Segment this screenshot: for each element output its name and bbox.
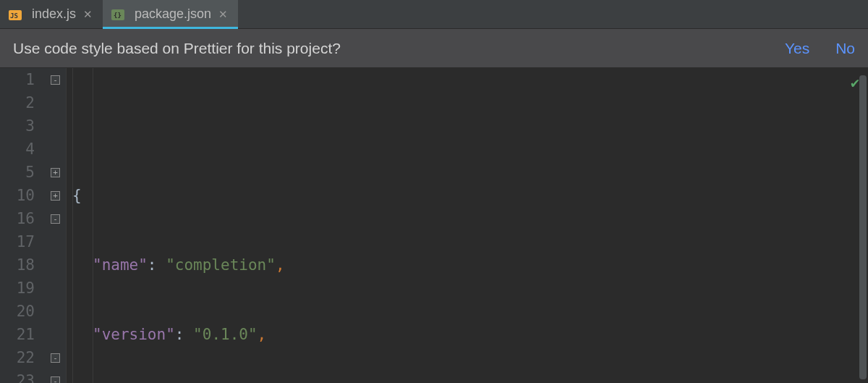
no-button[interactable]: No [835, 40, 855, 57]
line-number: 21 [0, 323, 35, 346]
line-number: 16 [0, 207, 35, 230]
fold-toggle-icon[interactable]: - [51, 75, 60, 85]
json-key: "version" [93, 326, 175, 343]
close-icon[interactable]: ✕ [83, 9, 93, 20]
line-number: 19 [0, 277, 35, 300]
line-number: 17 [0, 230, 35, 253]
js-file-icon: JS [9, 8, 25, 21]
fold-gutter: - + + - - - [45, 68, 67, 383]
svg-text:{}: {} [114, 12, 122, 19]
notification-message: Use code style based on Prettier for thi… [13, 40, 759, 57]
json-value: "completion" [166, 256, 276, 274]
fold-toggle-icon[interactable]: - [51, 376, 60, 384]
code-text: { [72, 187, 82, 204]
line-number: 10 [0, 184, 35, 207]
prettier-notification-bar: Use code style based on Prettier for thi… [0, 29, 868, 68]
json-key: "name" [93, 256, 148, 274]
line-number: 5 [0, 161, 35, 184]
line-number: 20 [0, 300, 35, 323]
fold-toggle-icon[interactable]: - [51, 353, 60, 363]
tab-bar: JS index.js ✕ {} package.json ✕ [0, 0, 868, 29]
tab-package-json[interactable]: {} package.json ✕ [103, 0, 238, 28]
yes-button[interactable]: Yes [785, 40, 809, 57]
line-number: 23 [0, 369, 35, 383]
editor-area[interactable]: 1 2 3 4 5 10 16 17 18 19 20 21 22 23 - +… [0, 68, 868, 383]
tab-index-js[interactable]: JS index.js ✕ [0, 0, 103, 28]
close-icon[interactable]: ✕ [218, 9, 228, 20]
tab-label: index.js [32, 7, 76, 22]
fold-toggle-icon[interactable]: + [51, 191, 60, 201]
fold-toggle-icon[interactable]: + [51, 168, 60, 177]
fold-toggle-icon[interactable]: - [51, 214, 60, 224]
code-content[interactable]: { "name": "completion", "version": "0.1.… [67, 68, 868, 383]
json-value: "0.1.0" [193, 326, 258, 343]
line-number: 3 [0, 114, 35, 138]
line-number: 4 [0, 138, 35, 161]
json-file-icon: {} [111, 8, 127, 21]
line-number: 18 [0, 253, 35, 277]
line-number-gutter: 1 2 3 4 5 10 16 17 18 19 20 21 22 23 [0, 68, 45, 383]
svg-text:JS: JS [10, 12, 18, 20]
line-number: 2 [0, 91, 35, 114]
status-ok-icon: ✔ [851, 71, 859, 94]
vertical-scrollbar[interactable] [859, 75, 867, 379]
line-number: 1 [0, 68, 35, 91]
line-number: 22 [0, 346, 35, 369]
tab-label: package.json [135, 7, 211, 22]
